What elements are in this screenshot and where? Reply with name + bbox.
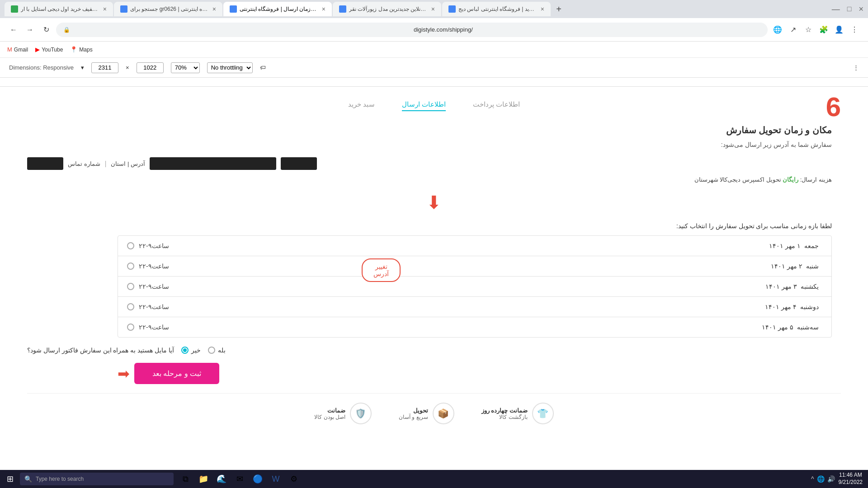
feature-returns-text: ضمانت چهارده روز بازگشت کالا <box>481 407 528 420</box>
slot-time-4: ساعت۹-۲۲ <box>139 303 169 310</box>
time-slot-row-4[interactable]: دوشنبه ۴ مهر ۱۴۰۱ ساعت۹-۲۲ <box>118 297 831 317</box>
dims-x: × <box>126 64 129 71</box>
page-wrapper: 6 تغییر آدرس اطلاعات پرداخت اطلاعات ارسا… <box>0 87 868 471</box>
tray-time-value: 11:46 AM <box>839 472 863 479</box>
profile-button[interactable]: 👤 <box>833 23 845 36</box>
breadcrumb-step-2[interactable]: اطلاعات ارسال <box>402 100 446 111</box>
breadcrumb-step-1[interactable]: سبد خرید <box>348 100 375 111</box>
invoice-yes-radio[interactable] <box>208 347 215 354</box>
address-bar[interactable]: 🔒 digistyle.com/shipping/ <box>56 23 768 37</box>
slot-radio-4[interactable] <box>127 303 134 310</box>
dimensions-label: Dimensions: Responsive <box>9 64 74 71</box>
invoice-yes-option[interactable]: بله <box>208 347 226 354</box>
tab-title-1: کد تخفیف خرید اول دیجی استایل با ار... <box>21 6 99 12</box>
nav-icons: 🌐 ↗ ☆ 🧩 👤 ⋮ <box>771 23 861 36</box>
tab-4[interactable]: خرید آنلاین جدیدترین مدل زیورآلات نقر...… <box>333 2 441 16</box>
tray-volume-icon[interactable]: 🔊 <box>827 475 835 483</box>
shipping-cost: هزینه ارسال: رایگان تحویل اکسپرس دیجی‌کا… <box>27 176 841 183</box>
phone-value-box <box>27 157 63 170</box>
time-slot-row-3[interactable]: یکشنبه ۳ مهر ۱۴۰۱ ساعت۹-۲۲ <box>118 277 831 297</box>
taskbar-apps: ⧉ 📁 🌊 ✉ 🔵 W ⚙ <box>174 471 306 487</box>
time-slot-row-2[interactable]: شنبه ۲ مهر ۱۴۰۱ ساعت۹-۲۲ <box>118 256 831 277</box>
invoice-no-option[interactable]: خیر <box>181 347 201 354</box>
height-input[interactable] <box>137 62 164 73</box>
tab-close-2[interactable]: × <box>212 5 216 13</box>
section-title: مکان و زمان تحویل سفارش <box>27 125 832 136</box>
down-arrow-icon: ⬇ <box>426 192 442 213</box>
feature-delivery-icon: 📦 <box>433 403 454 424</box>
translate-button[interactable]: 🌐 <box>771 23 784 36</box>
taskbar-search-box[interactable]: 🔍 Type here to search <box>20 473 174 485</box>
width-input[interactable] <box>91 62 118 73</box>
tab-close-1[interactable]: × <box>103 5 107 13</box>
taskbar-chrome[interactable]: 🔵 <box>250 471 266 487</box>
bookmark-gmail-label: Gmail <box>14 47 28 53</box>
slot-date-1: ۱ مهر ۱۴۰۱ <box>769 242 801 249</box>
bookmark-button[interactable]: ☆ <box>802 23 815 36</box>
share-button[interactable]: ↗ <box>787 23 799 36</box>
bookmark-youtube[interactable]: ▶ YouTube <box>35 46 63 53</box>
slot-radio-2[interactable] <box>127 263 134 270</box>
devtools-more[interactable]: ⋮ <box>853 64 859 71</box>
invoice-no-radio[interactable] <box>181 347 189 354</box>
extension-button[interactable]: 🧩 <box>817 23 830 36</box>
taskbar: ⊞ 🔍 Type here to search ⧉ 📁 🌊 ✉ 🔵 W ⚙ ^ … <box>0 470 868 488</box>
taskbar-edge[interactable]: 🌊 <box>213 471 230 487</box>
time-slot-row-5[interactable]: سه‌شنبه ۵ مهر ۱۴۰۱ ساعت۹-۲۲ <box>118 317 831 337</box>
tab-1[interactable]: کد تخفیف خرید اول دیجی استایل با ار... × <box>5 2 113 16</box>
tab-close-4[interactable]: × <box>431 5 435 13</box>
feature-authentic-text: ضمانت اصل بودن کالا <box>314 407 345 420</box>
address-city-box <box>281 157 317 170</box>
maximize-button[interactable]: □ <box>847 5 852 13</box>
tray-time[interactable]: 11:46 AM 9/21/2022 <box>839 472 863 486</box>
taskbar-mail[interactable]: ✉ <box>231 471 248 487</box>
features-row: 👕 ضمانت چهارده روز بازگشت کالا 📦 تحویل س… <box>27 393 841 433</box>
tab-close-5[interactable]: × <box>541 5 544 13</box>
submit-button[interactable]: ثبت و مرحله بعد <box>134 363 219 384</box>
bookmark-gmail[interactable]: M Gmail <box>7 46 28 53</box>
change-address-button[interactable]: تغییر آدرس <box>362 258 401 282</box>
taskbar-search-icon: 🔍 <box>24 475 32 483</box>
tab-5[interactable]: سبد خرید | فروشگاه اینترنتی لباس دیج... … <box>442 2 551 16</box>
taskbar-task-view[interactable]: ⧉ <box>177 471 193 487</box>
tab-2[interactable]: جستجو برای gr0626 | فروشگاه اینترنتی... … <box>114 2 222 16</box>
reload-button[interactable]: ↻ <box>40 23 52 36</box>
word-icon: W <box>272 474 280 484</box>
tab-favicon-5 <box>448 5 456 13</box>
slot-radio-1[interactable] <box>127 242 134 249</box>
edge-icon: 🌊 <box>217 474 226 484</box>
close-button[interactable]: × <box>859 5 863 14</box>
minimize-button[interactable]: — <box>832 5 840 14</box>
tab-close-3[interactable]: × <box>322 5 326 13</box>
slot-time-2: ساعت۹-۲۲ <box>139 263 169 270</box>
feature-returns-sub: بازگشت کالا <box>481 414 528 420</box>
settings-button[interactable]: ⋮ <box>848 23 861 36</box>
forward-button[interactable]: → <box>24 23 36 36</box>
taskbar-word[interactable]: W <box>268 471 284 487</box>
section-number: 6 <box>826 91 841 122</box>
window-controls: — □ × <box>832 5 863 14</box>
throttling-select[interactable]: No throttling <box>207 62 253 73</box>
zoom-select[interactable]: 70% 50% 100% <box>171 62 200 73</box>
browser-chrome: کد تخفیف خرید اول دیجی استایل با ار... ×… <box>0 0 868 78</box>
slot-radio-5[interactable] <box>127 324 134 331</box>
bookmark-maps[interactable]: 📍 Maps <box>70 46 92 53</box>
new-tab-button[interactable]: + <box>552 2 566 16</box>
feature-returns-title: ضمانت چهارده روز <box>481 407 528 414</box>
slot-radio-3[interactable] <box>127 283 134 290</box>
mail-icon: ✉ <box>236 474 243 484</box>
tab-3[interactable]: آدرس و زمان ارسال | فروشگاه اینترنتی... … <box>223 2 332 16</box>
breadcrumb-step-3[interactable]: اطلاعات پرداخت <box>473 100 520 111</box>
tab-favicon-1 <box>11 5 18 13</box>
back-button[interactable]: ← <box>7 23 20 36</box>
tray-network-icon[interactable]: 🌐 <box>817 475 825 483</box>
start-button[interactable]: ⊞ <box>0 470 20 488</box>
tray-chevron[interactable]: ^ <box>811 475 814 483</box>
feature-returns: 👕 ضمانت چهارده روز بازگشت کالا <box>481 403 554 424</box>
address-text: digistyle.com/shipping/ <box>414 26 760 33</box>
tab-favicon-3 <box>230 5 237 13</box>
windows-icon: ⊞ <box>7 474 14 484</box>
taskbar-file-explorer[interactable]: 📁 <box>195 471 212 487</box>
time-slot-row-1[interactable]: جمعه ۱ مهر ۱۴۰۱ ساعت۹-۲۲ <box>118 236 831 256</box>
taskbar-settings[interactable]: ⚙ <box>286 471 302 487</box>
